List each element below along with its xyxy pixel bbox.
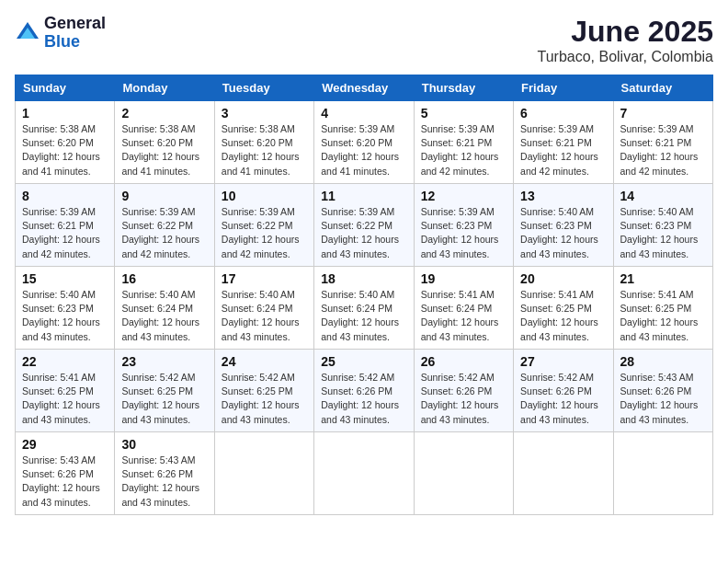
day-number: 10 [222,189,307,203]
logo-blue: Blue [44,33,106,52]
day-info: Sunrise: 5:42 AMSunset: 6:26 PMDaylight:… [321,372,399,425]
day-number: 26 [421,354,506,369]
header-sunday: Sunday [16,75,115,101]
day-info: Sunrise: 5:41 AMSunset: 6:25 PMDaylight:… [22,372,100,425]
day-number: 28 [620,354,706,369]
title-area: June 2025 Turbaco, Bolivar, Colombia [538,15,714,65]
day-number: 23 [121,354,207,369]
day-number: 22 [22,354,108,369]
day-info: Sunrise: 5:39 AMSunset: 6:21 PMDaylight:… [520,123,598,177]
day-number: 9 [121,189,207,203]
month-title: June 2025 [538,15,714,49]
table-row: 26 Sunrise: 5:42 AMSunset: 6:26 PMDaylig… [414,350,513,432]
weekday-header-row: Sunday Monday Tuesday Wednesday Thursday… [16,75,713,101]
day-number: 8 [22,189,108,203]
logo-icon [15,20,40,46]
day-number: 7 [620,106,706,121]
day-info: Sunrise: 5:39 AMSunset: 6:22 PMDaylight:… [121,206,199,259]
table-row: 20 Sunrise: 5:41 AMSunset: 6:25 PMDaylig… [514,267,613,350]
table-row: 13 Sunrise: 5:40 AMSunset: 6:23 PMDaylig… [514,184,613,267]
calendar-table: Sunday Monday Tuesday Wednesday Thursday… [15,75,713,515]
table-row [214,432,313,515]
table-row: 14 Sunrise: 5:40 AMSunset: 6:23 PMDaylig… [613,184,712,267]
day-info: Sunrise: 5:38 AMSunset: 6:20 PMDaylight:… [121,123,199,177]
header-tuesday: Tuesday [214,75,313,101]
day-number: 17 [222,271,307,286]
day-info: Sunrise: 5:41 AMSunset: 6:25 PMDaylight:… [520,289,598,342]
table-row: 27 Sunrise: 5:42 AMSunset: 6:26 PMDaylig… [514,350,613,432]
day-number: 11 [321,189,406,203]
day-info: Sunrise: 5:41 AMSunset: 6:24 PMDaylight:… [421,289,499,342]
table-row: 22 Sunrise: 5:41 AMSunset: 6:25 PMDaylig… [16,350,115,432]
location-title: Turbaco, Bolivar, Colombia [538,49,714,65]
table-row: 1 Sunrise: 5:38 AMSunset: 6:20 PMDayligh… [16,101,115,184]
day-number: 12 [421,189,506,203]
day-number: 2 [121,106,207,121]
table-row: 8 Sunrise: 5:39 AMSunset: 6:21 PMDayligh… [16,184,115,267]
table-row: 21 Sunrise: 5:41 AMSunset: 6:25 PMDaylig… [613,267,712,350]
day-info: Sunrise: 5:39 AMSunset: 6:20 PMDaylight:… [321,123,399,177]
header-thursday: Thursday [414,75,513,101]
day-number: 3 [222,106,307,121]
table-row: 17 Sunrise: 5:40 AMSunset: 6:24 PMDaylig… [214,267,313,350]
table-row: 10 Sunrise: 5:39 AMSunset: 6:22 PMDaylig… [214,184,313,267]
day-info: Sunrise: 5:42 AMSunset: 6:25 PMDaylight:… [222,372,300,425]
table-row: 5 Sunrise: 5:39 AMSunset: 6:21 PMDayligh… [414,101,513,184]
table-row: 16 Sunrise: 5:40 AMSunset: 6:24 PMDaylig… [115,267,214,350]
day-info: Sunrise: 5:41 AMSunset: 6:25 PMDaylight:… [620,289,699,342]
table-row: 30 Sunrise: 5:43 AMSunset: 6:26 PMDaylig… [115,432,214,515]
logo-general: General [44,15,106,33]
day-number: 20 [520,271,606,286]
calendar-week-row: 8 Sunrise: 5:39 AMSunset: 6:21 PMDayligh… [16,184,713,267]
day-info: Sunrise: 5:43 AMSunset: 6:26 PMDaylight:… [22,454,100,508]
table-row: 15 Sunrise: 5:40 AMSunset: 6:23 PMDaylig… [16,267,115,350]
page-header: General Blue June 2025 Turbaco, Bolivar,… [15,15,713,65]
table-row: 19 Sunrise: 5:41 AMSunset: 6:24 PMDaylig… [414,267,513,350]
day-number: 13 [520,189,606,203]
table-row [514,432,613,515]
day-info: Sunrise: 5:39 AMSunset: 6:21 PMDaylight:… [620,123,699,177]
table-row: 9 Sunrise: 5:39 AMSunset: 6:22 PMDayligh… [115,184,214,267]
calendar-week-row: 1 Sunrise: 5:38 AMSunset: 6:20 PMDayligh… [16,101,713,184]
table-row: 2 Sunrise: 5:38 AMSunset: 6:20 PMDayligh… [115,101,214,184]
day-info: Sunrise: 5:39 AMSunset: 6:22 PMDaylight:… [222,206,300,259]
day-number: 25 [321,354,406,369]
day-info: Sunrise: 5:42 AMSunset: 6:25 PMDaylight:… [121,372,199,425]
day-info: Sunrise: 5:40 AMSunset: 6:24 PMDaylight:… [222,289,300,342]
header-monday: Monday [115,75,214,101]
day-info: Sunrise: 5:40 AMSunset: 6:23 PMDaylight:… [620,206,699,259]
day-number: 15 [22,271,108,286]
day-number: 16 [121,271,207,286]
table-row: 18 Sunrise: 5:40 AMSunset: 6:24 PMDaylig… [314,267,414,350]
table-row [414,432,513,515]
table-row: 3 Sunrise: 5:38 AMSunset: 6:20 PMDayligh… [214,101,313,184]
day-info: Sunrise: 5:39 AMSunset: 6:21 PMDaylight:… [22,206,100,259]
day-info: Sunrise: 5:38 AMSunset: 6:20 PMDaylight:… [22,123,100,177]
table-row: 11 Sunrise: 5:39 AMSunset: 6:22 PMDaylig… [314,184,414,267]
day-number: 19 [421,271,506,286]
table-row: 7 Sunrise: 5:39 AMSunset: 6:21 PMDayligh… [613,101,712,184]
day-number: 14 [620,189,706,203]
table-row: 4 Sunrise: 5:39 AMSunset: 6:20 PMDayligh… [314,101,414,184]
day-info: Sunrise: 5:39 AMSunset: 6:23 PMDaylight:… [421,206,499,259]
day-info: Sunrise: 5:40 AMSunset: 6:24 PMDaylight:… [321,289,399,342]
day-number: 4 [321,106,406,121]
header-friday: Friday [514,75,613,101]
day-info: Sunrise: 5:43 AMSunset: 6:26 PMDaylight:… [620,372,699,425]
table-row: 6 Sunrise: 5:39 AMSunset: 6:21 PMDayligh… [514,101,613,184]
calendar-week-row: 29 Sunrise: 5:43 AMSunset: 6:26 PMDaylig… [16,432,713,515]
logo: General Blue [15,15,106,52]
table-row: 25 Sunrise: 5:42 AMSunset: 6:26 PMDaylig… [314,350,414,432]
table-row [613,432,712,515]
day-info: Sunrise: 5:38 AMSunset: 6:20 PMDaylight:… [222,123,300,177]
day-info: Sunrise: 5:40 AMSunset: 6:23 PMDaylight:… [22,289,100,342]
header-saturday: Saturday [613,75,712,101]
day-info: Sunrise: 5:39 AMSunset: 6:21 PMDaylight:… [421,123,499,177]
day-number: 27 [520,354,606,369]
table-row: 23 Sunrise: 5:42 AMSunset: 6:25 PMDaylig… [115,350,214,432]
header-wednesday: Wednesday [314,75,414,101]
table-row [314,432,414,515]
day-info: Sunrise: 5:43 AMSunset: 6:26 PMDaylight:… [121,454,199,508]
table-row: 28 Sunrise: 5:43 AMSunset: 6:26 PMDaylig… [613,350,712,432]
day-info: Sunrise: 5:39 AMSunset: 6:22 PMDaylight:… [321,206,399,259]
